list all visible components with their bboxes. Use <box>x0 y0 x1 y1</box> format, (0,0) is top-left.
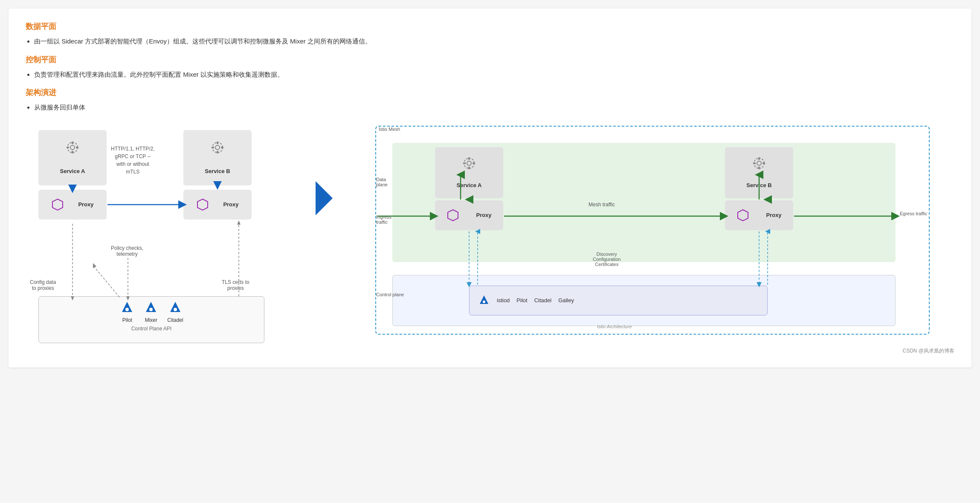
transition-arrow <box>316 181 341 215</box>
svg-marker-12 <box>52 199 63 210</box>
cp-api-label: Control Plane API <box>131 326 172 332</box>
cp-items: Pilot Mixer <box>119 300 183 323</box>
svg-rect-34 <box>468 157 470 160</box>
svg-rect-36 <box>463 162 466 164</box>
svg-rect-40 <box>758 157 760 160</box>
discovery-label: DiscoveryConfigurationCertificates <box>593 252 620 267</box>
svg-point-0 <box>70 145 75 150</box>
citadel-item: Citadel <box>167 300 183 323</box>
data-plane-section: 数据平面 由一组以 Sidecar 方式部署的智能代理（Envoy）组成。这些代… <box>26 21 954 47</box>
data-plane-bullet: 由一组以 Sidecar 方式部署的智能代理（Envoy）组成。这些代理可以调节… <box>34 36 954 47</box>
hex-icon-ra <box>447 209 459 222</box>
istiod-label: istiod <box>497 297 510 304</box>
ingress-traffic-label: Ingresstraffic <box>376 214 391 225</box>
arch-evolution-section: 架构演进 从微服务回归单体 <box>26 87 954 113</box>
arch-evolution-title: 架构演进 <box>26 87 954 98</box>
svg-marker-45 <box>738 210 748 221</box>
service-b-right-label: Service B <box>746 182 771 188</box>
svg-rect-10 <box>212 147 214 148</box>
pilot-right-label: Pilot <box>516 297 527 304</box>
data-plane-title: 数据平面 <box>26 21 954 32</box>
svg-rect-35 <box>468 167 470 169</box>
big-arrow-icon <box>316 181 341 215</box>
egress-traffic-label: Egress traffic <box>900 211 927 216</box>
gear-icon-b <box>211 141 224 154</box>
svg-marker-28 <box>237 220 241 225</box>
svg-rect-41 <box>758 167 760 169</box>
control-plane-title: 控制平面 <box>26 55 954 65</box>
mesh-traffic-label: Mesh traffic <box>589 202 615 208</box>
svg-rect-9 <box>217 151 218 153</box>
footer: CSDN @风求凰的博客 <box>26 347 954 355</box>
svg-point-15 <box>125 308 129 311</box>
arch-evolution-bullet: 从微服务回归单体 <box>34 102 954 113</box>
svg-rect-37 <box>473 162 475 164</box>
service-b-box: Service B <box>183 130 252 185</box>
svg-marker-31 <box>316 181 333 215</box>
mixer-icon <box>143 300 159 315</box>
proxy-b-right-label: Proxy <box>766 212 781 218</box>
service-a-box: Service A <box>38 130 107 185</box>
footer-credit: CSDN @风求凰的博客 <box>902 347 954 355</box>
pilot-item: Pilot <box>119 300 135 323</box>
svg-marker-30 <box>93 263 96 268</box>
arch-label: Istio Architecture <box>597 324 632 329</box>
svg-point-6 <box>215 145 220 150</box>
svg-line-29 <box>94 266 119 297</box>
right-diagram: Istio Mesh Dataplane Control plane Servi… <box>350 121 947 343</box>
istiod-icon <box>478 295 490 306</box>
mixer-item: Mixer <box>143 300 159 323</box>
proxy-a-box: Proxy <box>38 190 107 220</box>
control-plane-label: Control plane <box>376 292 404 297</box>
istio-mesh-label: Istio Mesh <box>379 127 400 132</box>
service-a-right: Service A <box>435 147 503 198</box>
gear-icon-rb <box>752 156 766 170</box>
hex-icon-rb <box>736 209 749 222</box>
citadel-label: Citadel <box>167 317 183 323</box>
svg-rect-4 <box>67 147 69 148</box>
policy-text: Policy checks,telemetry <box>111 245 143 257</box>
svg-point-38 <box>757 161 761 165</box>
hex-icon-a <box>51 198 64 211</box>
tls-text: TLS certs toproxies <box>222 279 249 291</box>
svg-rect-5 <box>76 147 78 148</box>
main-card: 数据平面 由一组以 Sidecar 方式部署的智能代理（Envoy）组成。这些代… <box>9 9 971 367</box>
svg-point-32 <box>467 161 471 165</box>
svg-rect-43 <box>763 162 765 164</box>
control-plane-box: Pilot Mixer <box>38 296 264 343</box>
proxy-a-right-label: Proxy <box>476 212 491 218</box>
mixer-label: Mixer <box>145 317 157 323</box>
proxy-b-right: Proxy <box>725 200 793 230</box>
service-a-label: Service A <box>60 168 85 174</box>
proxy-a-label: Proxy <box>78 201 93 208</box>
svg-rect-2 <box>72 142 73 144</box>
proxy-a-right: Proxy <box>435 200 503 230</box>
svg-point-17 <box>149 308 153 311</box>
data-plane-label: Dataplane <box>376 177 388 187</box>
control-plane-bullet: 负责管理和配置代理来路由流量。此外控制平面配置 Mixer 以实施策略和收集遥测… <box>34 69 954 80</box>
svg-rect-42 <box>753 162 756 164</box>
protocol-text: HTTP/1.1, HTTP/2,gRPC or TCP --with or w… <box>111 145 155 176</box>
left-diagram: Service A Service B HTTP/1.1, HTTP/2,gRP… <box>26 121 316 343</box>
svg-rect-3 <box>72 151 73 153</box>
svg-marker-44 <box>448 210 458 221</box>
config-text: Config datato proxies <box>30 279 56 291</box>
hex-icon-b <box>196 198 209 211</box>
service-b-label: Service B <box>205 168 230 174</box>
control-plane-section: 控制平面 负责管理和配置代理来路由流量。此外控制平面配置 Mixer 以实施策略… <box>26 55 954 80</box>
svg-rect-8 <box>217 142 218 144</box>
service-a-right-label: Service A <box>457 182 482 188</box>
svg-point-19 <box>174 308 177 311</box>
gear-icon-a <box>66 141 79 154</box>
proxy-b-label: Proxy <box>223 201 238 208</box>
svg-point-47 <box>483 301 485 303</box>
istiod-bar: istiod Pilot Citadel Galley <box>469 286 768 315</box>
service-b-right: Service B <box>725 147 793 198</box>
svg-rect-11 <box>221 147 223 148</box>
citadel-icon <box>168 300 183 315</box>
galley-right-label: Galley <box>558 297 574 304</box>
pilot-icon <box>119 300 135 315</box>
proxy-b-box: Proxy <box>183 190 252 220</box>
svg-marker-13 <box>197 199 208 210</box>
pilot-label: Pilot <box>122 317 132 323</box>
